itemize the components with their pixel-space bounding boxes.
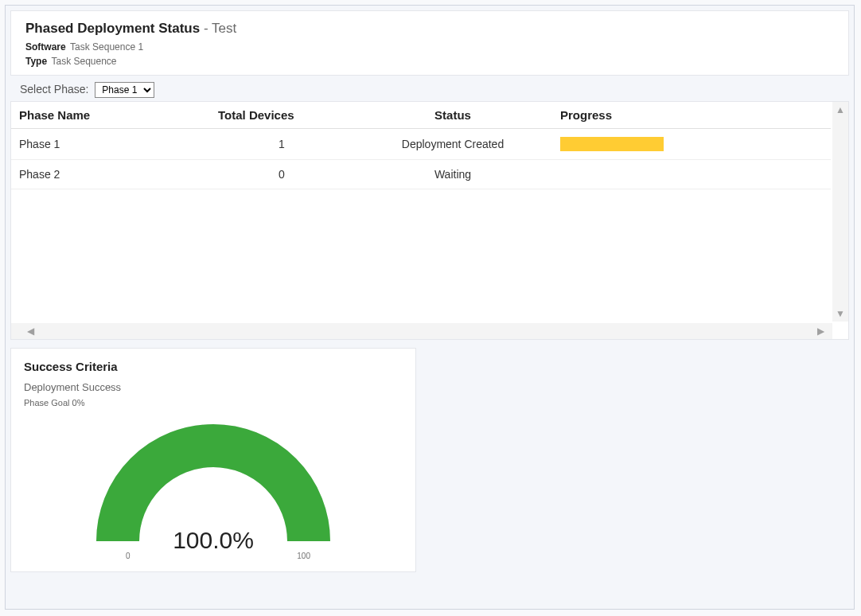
header-card: Phased Deployment Status - Test Software… [10,10,849,76]
type-label: Type [25,56,47,67]
title-suffix: - Test [200,21,236,36]
cell-phase-name: Phase 1 [11,129,210,160]
vertical-scrollbar[interactable]: ▲ ▼ [832,102,848,322]
cell-progress [552,160,831,189]
software-label: Software [25,41,66,53]
phase-select-row: Select Phase: Phase 1Phase 2 [10,76,849,101]
cell-progress [552,129,831,160]
deployment-status-panel: Phased Deployment Status - Test Software… [5,5,855,610]
type-value: Task Sequence [51,56,116,67]
horizontal-scrollbar[interactable]: ◀ ▶ [11,323,832,339]
table-row[interactable]: Phase 11Deployment Created [11,129,831,160]
scroll-right-icon[interactable]: ▶ [817,326,824,336]
phase-select[interactable]: Phase 1Phase 2 [95,82,154,98]
col-phase-name: Phase Name [11,102,210,129]
success-subtitle: Deployment Success [24,381,403,393]
progress-bar [560,137,664,151]
success-criteria-card: Success Criteria Deployment Success Phas… [10,348,416,572]
phase-table-wrap: Phase Name Total Devices Status Progress… [10,101,849,340]
software-row: Software Task Sequence 1 [25,41,834,53]
type-row: Type Task Sequence [25,56,834,67]
gauge-wrap: 0 100 100.0% [24,422,403,549]
cell-total-devices: 1 [210,129,353,160]
title-main: Phased Deployment Status [25,21,200,36]
scroll-left-icon[interactable]: ◀ [27,326,34,336]
col-progress: Progress [552,102,831,129]
software-value: Task Sequence 1 [70,41,143,53]
cell-status: Waiting [353,160,552,189]
page-title: Phased Deployment Status - Test [25,21,834,37]
phase-goal: Phase Goal 0% [24,398,403,407]
gauge-value: 100.0% [94,527,333,554]
col-status: Status [353,102,552,129]
cell-phase-name: Phase 2 [11,160,210,189]
scroll-up-icon[interactable]: ▲ [836,105,845,115]
cell-total-devices: 0 [210,160,353,189]
phase-table: Phase Name Total Devices Status Progress… [11,102,831,189]
table-row[interactable]: Phase 20Waiting [11,160,831,189]
cell-status: Deployment Created [353,129,552,160]
table-header-row: Phase Name Total Devices Status Progress [11,102,831,129]
success-title: Success Criteria [24,360,403,373]
scroll-down-icon[interactable]: ▼ [836,309,845,318]
col-total-devices: Total Devices [210,102,353,129]
success-gauge: 0 100 100.0% [94,422,333,549]
phase-select-label: Select Phase: [20,83,88,96]
